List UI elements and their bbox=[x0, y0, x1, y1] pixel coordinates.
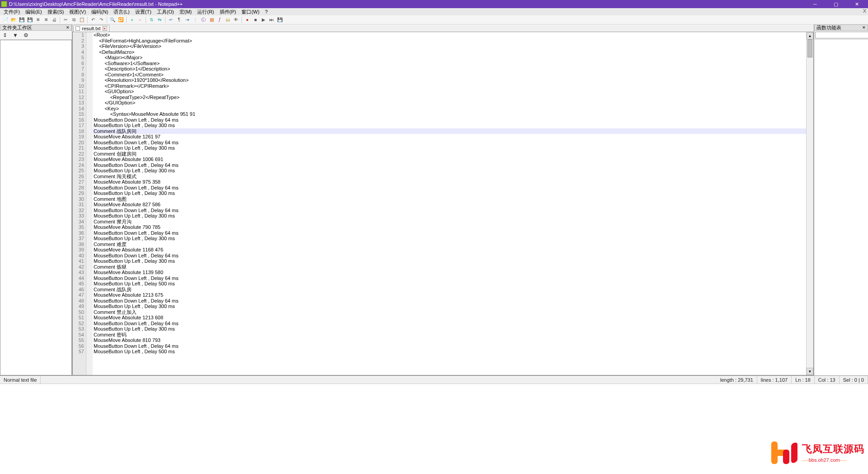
code-line[interactable]: Comment 创建房间 bbox=[93, 151, 806, 157]
tab-close-icon[interactable]: ✕ bbox=[103, 26, 107, 31]
menu-设置t[interactable]: 设置(T) bbox=[132, 9, 154, 15]
save-macro-icon[interactable]: 💾 bbox=[276, 16, 283, 24]
code-line[interactable]: MouseMove Absolute 1168 476 bbox=[93, 247, 806, 253]
code-line[interactable]: Comment 战队房 bbox=[93, 287, 806, 293]
paste-icon[interactable]: 📋 bbox=[78, 16, 85, 24]
guide-icon[interactable]: ⋮ bbox=[192, 16, 199, 24]
code-line[interactable]: MouseButton Up Left , Delay 300 ms bbox=[93, 123, 806, 128]
panel-collapse-icon[interactable]: ▼ bbox=[13, 32, 18, 38]
code-line[interactable]: </GUIOption> bbox=[93, 100, 806, 106]
folder-workspace-tree[interactable] bbox=[0, 40, 72, 375]
tab-result-txt[interactable]: result.txt ✕ bbox=[73, 25, 109, 32]
stop-icon[interactable]: ■ bbox=[252, 16, 259, 24]
code-line[interactable]: MouseButton Up Left , Delay 300 ms bbox=[93, 303, 806, 309]
code-line[interactable]: MouseButton Up Left , Delay 300 ms bbox=[93, 145, 806, 151]
code-line[interactable]: MouseButton Down Left , Delay 64 ms bbox=[93, 253, 806, 259]
code-line[interactable]: MouseButton Down Left , Delay 64 ms bbox=[93, 321, 806, 327]
function-search-input[interactable] bbox=[815, 32, 868, 38]
sync-v-icon[interactable]: ⇅ bbox=[148, 16, 155, 24]
monitor-icon[interactable]: 👁 bbox=[232, 16, 240, 24]
lang-icon[interactable]: Ⓛ bbox=[200, 16, 207, 24]
close-all-icon[interactable]: ✖ bbox=[42, 16, 50, 24]
find-icon[interactable]: 🔍 bbox=[109, 16, 116, 24]
function-list-tree[interactable] bbox=[814, 40, 868, 375]
code-line[interactable]: <Comment>1</Comment> bbox=[93, 72, 806, 78]
code-line[interactable]: Comment 闯关模式 bbox=[93, 174, 806, 180]
folder-ws-icon[interactable]: 🗂 bbox=[224, 16, 231, 24]
cut-icon[interactable]: ✂ bbox=[62, 16, 69, 24]
code-line[interactable]: <Description>1</Description> bbox=[93, 66, 806, 72]
code-line[interactable]: MouseMove Absolute 1261 97 bbox=[93, 134, 806, 140]
code-line[interactable]: Comment 地图 bbox=[93, 196, 806, 202]
menu-编码n[interactable]: 编码(N) bbox=[89, 9, 111, 15]
open-icon[interactable]: 📂 bbox=[10, 16, 17, 24]
code-line[interactable]: MouseMove Absolute 790 785 bbox=[93, 224, 806, 230]
code-line[interactable]: MouseMove Absolute 827 586 bbox=[93, 202, 806, 208]
undo-icon[interactable]: ↶ bbox=[90, 16, 97, 24]
code-line[interactable]: <Root> bbox=[93, 32, 806, 38]
code-line[interactable]: MouseButton Up Left , Delay 300 ms bbox=[93, 190, 806, 196]
code-line[interactable]: MouseButton Up Left , Delay 300 ms bbox=[93, 213, 806, 219]
code-line[interactable]: Comment 炼狱 bbox=[93, 264, 806, 270]
menu-宏m[interactable]: 宏(M) bbox=[177, 9, 195, 15]
code-line[interactable]: MouseButton Down Left , Delay 64 ms bbox=[93, 208, 806, 213]
code-line[interactable]: MouseButton Up Left , Delay 300 ms bbox=[93, 326, 806, 332]
copy-icon[interactable]: ⧉ bbox=[70, 16, 77, 24]
panel-gear-icon[interactable]: ⚙ bbox=[24, 32, 28, 38]
code-line[interactable]: MouseButton Down Left , Delay 64 ms bbox=[93, 230, 806, 236]
close-button[interactable]: ✕ bbox=[846, 0, 867, 8]
code-line[interactable]: MouseButton Down Left , Delay 64 ms bbox=[93, 117, 806, 123]
maximize-button[interactable]: ▢ bbox=[826, 0, 846, 8]
all-chars-icon[interactable]: ¶ bbox=[175, 16, 183, 24]
save-all-icon[interactable]: 💾 bbox=[26, 16, 33, 24]
code-line[interactable]: Comment 难度 bbox=[93, 242, 806, 247]
code-editor[interactable]: <Root> <FileFormat>HighLanguage</FileFor… bbox=[93, 32, 806, 375]
code-line[interactable]: Comment 密码 bbox=[93, 332, 806, 338]
vertical-scrollbar[interactable]: ▲ ▼ bbox=[806, 32, 813, 375]
zoom-out-icon[interactable]: － bbox=[137, 16, 144, 24]
record-icon[interactable]: ● bbox=[244, 16, 251, 24]
func-list-icon[interactable]: ƒ bbox=[216, 16, 223, 24]
code-line[interactable]: MouseButton Down Left , Delay 64 ms bbox=[93, 162, 806, 168]
menu-语言l[interactable]: 语言(L) bbox=[111, 9, 132, 15]
code-line[interactable]: MouseButton Down Left , Delay 64 ms bbox=[93, 343, 806, 349]
new-file-icon[interactable]: 📄 bbox=[2, 16, 9, 24]
doc-close-x[interactable]: X bbox=[863, 8, 866, 14]
menu-视图v[interactable]: 视图(V) bbox=[66, 9, 89, 15]
minimize-button[interactable]: ─ bbox=[805, 0, 826, 8]
code-line[interactable]: MouseMove Absolute 810 793 bbox=[93, 337, 806, 343]
scroll-thumb[interactable] bbox=[807, 39, 812, 57]
code-line[interactable]: <CPIRemark></CPIRemark> bbox=[93, 83, 806, 89]
code-line[interactable]: <DefaultMacro> bbox=[93, 49, 806, 55]
code-line[interactable]: MouseMove Absolute 1139 580 bbox=[93, 270, 806, 275]
scroll-up-icon[interactable]: ▲ bbox=[807, 32, 813, 39]
menu-窗口w[interactable]: 窗口(W) bbox=[239, 9, 262, 15]
code-line[interactable]: MouseMove Absolute 1213 675 bbox=[93, 292, 806, 298]
code-line[interactable]: MouseButton Up Left , Delay 300 ms bbox=[93, 236, 806, 242]
code-line[interactable]: MouseMove Absolute 1006 691 bbox=[93, 156, 806, 162]
code-line[interactable]: <Resolution>1920*1080</Resolution> bbox=[93, 77, 806, 83]
play-multi-icon[interactable]: ⏭ bbox=[268, 16, 275, 24]
code-line[interactable]: <FileFormat>HighLanguage</FileFormat> bbox=[93, 38, 806, 44]
save-icon[interactable]: 💾 bbox=[18, 16, 25, 24]
code-line[interactable]: <Software>1</Software> bbox=[93, 61, 806, 66]
indent-icon[interactable]: ⇥ bbox=[184, 16, 191, 24]
code-line[interactable]: MouseButton Down Left , Delay 64 ms bbox=[93, 140, 806, 146]
print-icon[interactable]: 🖨 bbox=[51, 16, 58, 24]
code-line[interactable]: MouseButton Up Left , Delay 300 ms bbox=[93, 168, 806, 174]
code-line[interactable]: <GUIOption> bbox=[93, 89, 806, 95]
code-line[interactable]: MouseButton Down Left , Delay 64 ms bbox=[93, 275, 806, 281]
code-line[interactable]: MouseButton Down Left , Delay 64 ms bbox=[93, 298, 806, 304]
menu-搜索s[interactable]: 搜索(S) bbox=[45, 9, 67, 15]
play-icon[interactable]: ▶ bbox=[260, 16, 267, 24]
code-line[interactable]: MouseButton Down Left , Delay 64 ms bbox=[93, 185, 806, 191]
menu-?[interactable]: ? bbox=[262, 9, 270, 14]
code-line[interactable]: MouseMove Absolute 975 358 bbox=[93, 179, 806, 185]
code-line[interactable]: MouseButton Up Left , Delay 500 ms bbox=[93, 281, 806, 287]
replace-icon[interactable]: 🔁 bbox=[117, 16, 124, 24]
code-line[interactable]: <RepeatType>2</RepeatType> bbox=[93, 95, 806, 100]
menu-文件f[interactable]: 文件(F) bbox=[1, 9, 23, 15]
panel-close-icon[interactable]: ✕ bbox=[862, 25, 866, 30]
code-line[interactable]: Comment 撵月沟 bbox=[93, 219, 806, 225]
menu-编辑e[interactable]: 编辑(E) bbox=[23, 9, 45, 15]
